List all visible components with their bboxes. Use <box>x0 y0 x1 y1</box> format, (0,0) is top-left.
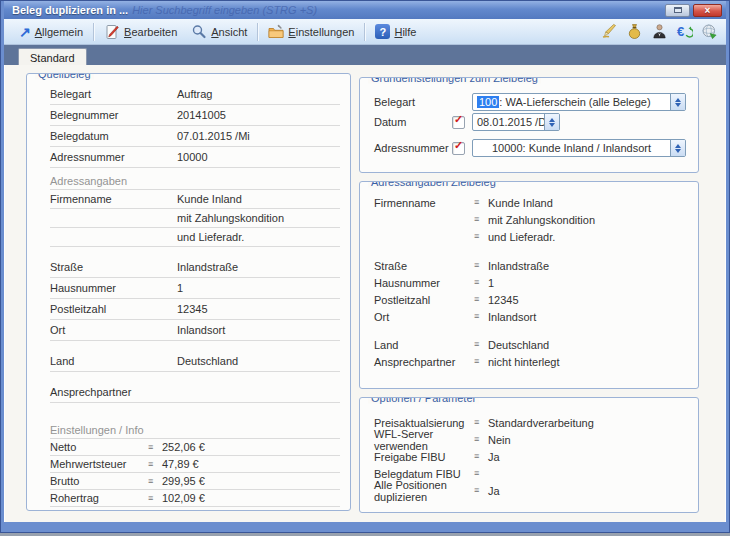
field-row: FirmennameKunde Inland <box>50 190 340 209</box>
equals-icon: ≡ <box>474 340 488 349</box>
field-value: 102,09 € <box>162 492 205 504</box>
field-value: 299,95 € <box>162 475 205 487</box>
equals-icon: ≡ <box>474 357 488 366</box>
field-value: 12345 <box>488 294 519 306</box>
pen-hand-icon[interactable] <box>600 23 618 41</box>
field-value: Kunde Inland <box>488 197 553 209</box>
equals-icon: ≡ <box>148 477 162 486</box>
field-row: ≡und Lieferadr. <box>374 228 686 245</box>
field-value: Inlandsort <box>488 311 536 323</box>
adressnummer-checkbox[interactable]: ✓ <box>452 142 465 155</box>
groupbox-quellbeleg-title: Quellbeleg <box>35 73 94 80</box>
field-row: Rohertrag≡102,09 € <box>50 490 340 507</box>
equals-icon: ≡ <box>474 312 488 321</box>
arrow-up-right-icon: ↗ <box>19 25 31 39</box>
menu-ansicht[interactable]: Ansicht <box>184 22 254 42</box>
field-value: 1 <box>488 277 494 289</box>
spinner-up-icon <box>675 98 681 102</box>
toolbar-separator <box>93 23 94 41</box>
adressnummer-dropdown[interactable]: 10000: Kunde Inland / Inlandsort <box>472 139 686 157</box>
equals-icon: ≡ <box>474 435 488 444</box>
field-row: OrtInlandsort <box>50 320 340 341</box>
field-value: 12345 <box>177 303 208 315</box>
spinner-down-icon <box>549 123 555 127</box>
menu-bearbeiten[interactable]: Bearbeiten <box>97 22 184 42</box>
datum-spinner[interactable] <box>544 114 559 130</box>
red-check-icon: ✓ <box>454 113 463 126</box>
belegart-text: : WA-Lieferschein (alle Belege) <box>499 96 650 108</box>
equals-icon: ≡ <box>474 452 488 461</box>
restore-icon <box>674 7 682 13</box>
groupbox-quellbeleg: Quellbeleg BelegartAuftrag Belegnummer20… <box>26 73 351 511</box>
adressnummer-row: Adressnummer ✓ 10000: Kunde Inland / Inl… <box>374 138 686 158</box>
groupbox-adressangaben-zielbeleg: Adressangaben Zielbeleg Firmenname≡Kunde… <box>359 181 699 389</box>
titlebar[interactable]: Beleg duplizieren in ... Hier Suchbegrif… <box>4 1 726 19</box>
menu-hilfe-label: Hilfe <box>394 26 416 38</box>
spinner-up-icon <box>549 118 555 122</box>
window-title: Beleg duplizieren in ... <box>12 4 128 16</box>
equals-icon: ≡ <box>474 215 488 224</box>
menu-hilfe[interactable]: ? Hilfe <box>368 22 423 41</box>
field-value: 07.01.2015 /Mi <box>177 130 250 142</box>
field-value: Deutschland <box>488 339 549 351</box>
field-value: 10000 <box>177 151 208 163</box>
field-value: Inlandstraße <box>488 260 549 272</box>
field-row: Ort≡Inlandsort <box>374 308 686 325</box>
field-value: Nein <box>488 434 511 446</box>
datum-input[interactable]: 08.01.2015 /Do <box>472 113 560 131</box>
field-value: Ja <box>488 451 500 463</box>
field-row: Brutto≡299,95 € <box>50 473 340 490</box>
field-row: WFL-Server verwenden≡Nein <box>374 431 686 448</box>
field-row: Postleitzahl12345 <box>50 299 340 320</box>
belegart-row: Belegart 100 : WA-Lieferschein (alle Bel… <box>374 92 686 112</box>
equals-icon: ≡ <box>474 469 488 478</box>
datum-checkbox[interactable]: ✓ <box>452 116 465 129</box>
adressnummer-spinner[interactable] <box>670 140 685 156</box>
help-icon: ? <box>375 24 390 39</box>
equals-icon: ≡ <box>474 295 488 304</box>
field-row: mit Zahlungskondition <box>50 209 340 228</box>
field-row: Adressnummer10000 <box>50 147 340 168</box>
euro-refresh-icon[interactable]: € <box>675 23 693 41</box>
menu-einstellungen-label: Einstellungen <box>288 26 354 38</box>
close-icon: × <box>705 5 711 16</box>
menu-einstellungen[interactable]: Einstellungen <box>261 22 361 42</box>
equals-icon: ≡ <box>474 278 488 287</box>
money-bag-icon[interactable] <box>625 23 643 41</box>
tab-band: Standard <box>4 45 726 65</box>
field-value: Auftrag <box>177 88 212 100</box>
red-check-icon: ✓ <box>454 139 463 152</box>
field-row: Netto≡252,06 € <box>50 439 340 456</box>
field-row: LandDeutschland <box>50 351 340 372</box>
field-value: mit Zahlungskondition <box>177 212 284 224</box>
field-value: Inlandstraße <box>177 261 238 273</box>
person-icon[interactable] <box>650 23 668 41</box>
field-row: Freigabe FIBU≡Ja <box>374 448 686 465</box>
field-value: und Lieferadr. <box>177 231 244 243</box>
field-value: nicht hinterlegt <box>488 356 560 368</box>
field-row: Belegdatum07.01.2015 /Mi <box>50 126 340 147</box>
field-row: Straße≡Inlandstraße <box>374 257 686 274</box>
menu-allgemein[interactable]: ↗ Allgemein <box>12 23 90 41</box>
toolbar-separator <box>364 23 365 41</box>
toolbar-separator <box>257 23 258 41</box>
section-einstellungen-info: Einstellungen / Info <box>50 421 340 439</box>
globe-export-icon[interactable] <box>700 23 718 41</box>
toolbar-right-icons: € <box>600 23 718 41</box>
field-value: 47,89 € <box>162 458 199 470</box>
field-row: ≡mit Zahlungskondition <box>374 211 686 228</box>
right-column: Grundeinstellungen zum Zielbeleg Belegar… <box>359 73 699 522</box>
close-button[interactable]: × <box>693 4 722 17</box>
field-row: Hausnummer≡1 <box>374 274 686 291</box>
equals-icon: ≡ <box>474 486 488 495</box>
equals-icon: ≡ <box>474 418 488 427</box>
spinner-down-icon <box>675 103 681 107</box>
belegart-spinner[interactable] <box>670 94 685 110</box>
tab-standard[interactable]: Standard <box>18 48 87 65</box>
field-row: Hausnummer1 <box>50 278 340 299</box>
field-row: Alle Positionen duplizieren≡Ja <box>374 482 686 499</box>
field-value: Standardverarbeitung <box>488 417 594 429</box>
restore-button[interactable] <box>665 4 690 17</box>
belegart-dropdown[interactable]: 100 : WA-Lieferschein (alle Belege) <box>472 93 686 111</box>
adressnummer-value: 10000: Kunde Inland / Inlandsort <box>473 140 670 156</box>
